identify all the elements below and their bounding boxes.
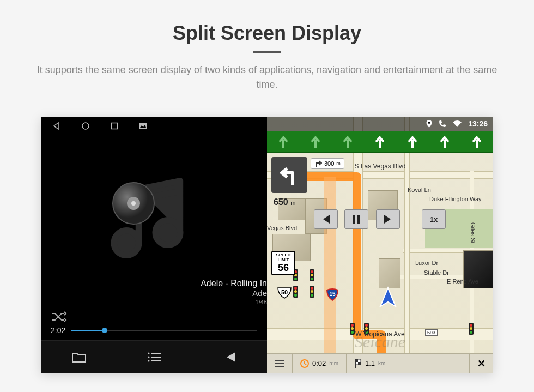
svg-point-8 — [148, 360, 150, 361]
folder-icon[interactable] — [71, 351, 87, 363]
page-header: Split Screen Display It supports the sam… — [0, 0, 534, 103]
lane-arrow-icon — [374, 134, 385, 148]
status-bar: 13:26 — [267, 117, 493, 131]
sim-speed-button[interactable]: 1x — [422, 209, 446, 229]
svg-point-5 — [131, 201, 136, 206]
close-icon: ✕ — [477, 358, 486, 370]
turn-distance: 650 m — [274, 197, 295, 207]
page-title: Split Screen Display — [33, 22, 501, 45]
shuffle-row — [41, 305, 267, 326]
sim-speed-label: 1x — [430, 215, 438, 224]
location-icon — [426, 120, 432, 128]
svg-point-7 — [148, 356, 150, 358]
prev-track-icon[interactable] — [223, 351, 236, 363]
svg-rect-2 — [139, 123, 147, 129]
lane-guidance — [267, 131, 493, 153]
street-label: Duke Ellington Way — [429, 196, 482, 202]
remaining-dist-item[interactable]: 1.1 km — [347, 354, 393, 373]
back-icon[interactable] — [52, 122, 60, 130]
vehicle-cursor-icon — [376, 286, 400, 310]
eta-unit: h:m — [329, 360, 338, 366]
sim-pause-button[interactable] — [344, 209, 368, 229]
title-underline — [253, 51, 281, 53]
us-shield-icon: 50 — [277, 287, 292, 299]
map-canvas[interactable]: S Las Vegas Blvd W Tropicana Ave Koval L… — [267, 117, 493, 373]
svg-rect-1 — [112, 123, 118, 129]
music-pane: Adele - Rolling In Ade 1/48 2:02 — [41, 117, 267, 373]
home-icon[interactable] — [81, 122, 90, 130]
device-screenshot: Adele - Rolling In Ade 1/48 2:02 — [41, 117, 493, 373]
turn-left-icon — [277, 163, 301, 187]
seek-bar[interactable] — [71, 330, 257, 331]
street-label: Giles St — [470, 222, 476, 244]
lane-arrow-icon — [439, 134, 450, 148]
page-description: It supports the same screen display of t… — [33, 63, 501, 92]
svg-point-6 — [148, 352, 150, 354]
svg-point-11 — [428, 122, 430, 124]
turn-instruction — [271, 157, 307, 193]
lane-arrow-icon — [342, 134, 353, 148]
record-disc-icon — [112, 182, 155, 225]
next-turn-dist: 300 — [324, 160, 334, 167]
image-icon[interactable] — [139, 123, 147, 129]
street-label: Luxor Dr — [415, 260, 438, 266]
speed-limit-value: 56 — [272, 263, 294, 274]
street-label: E Reno Ave — [447, 278, 478, 285]
track-artist: Ade — [201, 288, 267, 298]
android-navbar — [41, 117, 267, 135]
shuffle-icon[interactable] — [51, 311, 67, 323]
close-button[interactable]: ✕ — [469, 354, 493, 373]
lane-arrow-icon — [278, 134, 289, 148]
traffic-light-icon — [310, 269, 314, 281]
clock-icon — [300, 359, 309, 368]
turn-distance-unit: m — [290, 200, 295, 206]
svg-rect-12 — [353, 215, 355, 224]
clock-time: 13:26 — [468, 119, 488, 128]
svg-point-0 — [82, 123, 89, 129]
street-label-bottom: W Tropicana Ave — [267, 330, 493, 338]
sim-prev-button[interactable] — [314, 209, 338, 229]
sim-next-button[interactable] — [376, 209, 400, 229]
album-art-area: Adele - Rolling In Ade 1/48 — [41, 135, 267, 305]
dist-unit: km — [378, 360, 385, 366]
elapsed-time: 2:02 — [51, 326, 65, 335]
nav-bottom-bar: 0:02 h:m 1.1 km ✕ — [267, 353, 493, 373]
flag-icon — [354, 359, 362, 368]
recents-icon[interactable] — [111, 122, 118, 130]
lane-arrow-icon — [407, 134, 418, 148]
dist-value: 1.1 — [365, 359, 375, 367]
wifi-icon — [453, 120, 462, 127]
speed-limit-label: SPEED LIMIT — [272, 253, 294, 263]
eta-value: 0:02 — [312, 359, 326, 367]
turn-right-icon — [314, 160, 322, 167]
traffic-light-icon — [293, 286, 298, 298]
street-label: Stable Dr — [424, 269, 449, 276]
traffic-light-icon — [310, 286, 314, 298]
menu-button[interactable] — [267, 354, 293, 373]
exit-tag: 593 — [425, 329, 438, 336]
track-info: Adele - Rolling In Ade 1/48 — [201, 279, 267, 305]
navigation-pane: S Las Vegas Blvd W Tropicana Ave Koval L… — [267, 117, 493, 373]
street-label: Koval Ln — [408, 186, 431, 193]
track-count: 1/48 — [201, 299, 267, 305]
turn-distance-value: 650 — [274, 197, 288, 207]
speed-limit-sign: SPEED LIMIT 56 — [271, 251, 295, 275]
hamburger-icon — [275, 360, 284, 367]
svg-text:50: 50 — [281, 289, 288, 295]
lane-arrow-icon — [310, 134, 321, 148]
next-turn-unit: m — [336, 161, 341, 166]
player-bottom-bar — [41, 340, 267, 373]
svg-rect-13 — [357, 215, 360, 224]
phone-icon — [439, 120, 446, 128]
list-icon[interactable] — [148, 352, 162, 363]
track-title: Adele - Rolling In — [201, 279, 267, 288]
svg-text:15: 15 — [329, 291, 336, 297]
progress-row: 2:02 — [41, 326, 267, 340]
street-label: Vegas Blvd — [267, 225, 297, 231]
next-turn-hint: 300 m — [311, 158, 344, 169]
eta-item[interactable]: 0:02 h:m — [293, 354, 347, 373]
lane-arrow-icon — [471, 134, 482, 148]
interstate-shield-icon: 15 — [326, 288, 339, 301]
